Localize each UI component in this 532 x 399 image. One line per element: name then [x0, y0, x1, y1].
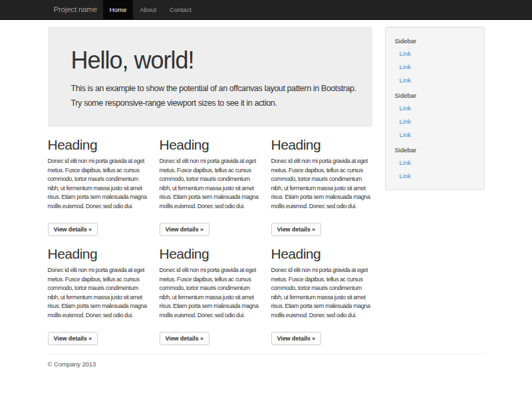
page-title: Hello, world! — [71, 47, 354, 74]
nav-link-about[interactable]: About — [133, 0, 163, 20]
view-details-button[interactable]: View details » — [271, 332, 321, 345]
jumbotron: Hello, world! This is an example to show… — [48, 27, 372, 127]
copyright-text: © Company 2013 — [48, 360, 485, 368]
footer-divider — [48, 354, 485, 354]
card-heading: Heading — [271, 246, 372, 261]
card-body-text: Donec id elit non mi porta gravida at eg… — [271, 157, 372, 220]
feature-card: Heading Donec id elit non mi porta gravi… — [160, 127, 261, 236]
view-details-button[interactable]: View details » — [160, 223, 209, 236]
sidebar-column: Sidebar Link Link Link Sidebar Link Link… — [385, 20, 485, 190]
card-body-text: Donec id elit non mi porta gravida at eg… — [271, 266, 372, 329]
navbar-menu: Home About Contact — [103, 0, 198, 20]
card-body-text: Donec id elit non mi porta gravida at eg… — [48, 266, 149, 329]
sidebar-link[interactable]: Link — [390, 156, 480, 170]
card-heading: Heading — [160, 137, 261, 152]
card-body-text: Donec id elit non mi porta gravida at eg… — [160, 157, 261, 220]
sidebar-link-list: Link Link Link — [390, 47, 480, 87]
view-details-button[interactable]: View details » — [48, 332, 98, 345]
list-item: Link — [390, 115, 480, 128]
card-body-text: Donec id elit non mi porta gravida at eg… — [160, 266, 261, 329]
list-item: Link — [390, 102, 480, 115]
nav-link-home[interactable]: Home — [103, 0, 133, 20]
cards-row-1: Heading Donec id elit non mi porta gravi… — [48, 127, 372, 236]
feature-card: Heading Donec id elit non mi porta gravi… — [48, 127, 149, 236]
sidebar-group-heading: Sidebar — [395, 91, 480, 100]
list-item: Link — [390, 61, 480, 74]
nav-item-about: About — [133, 0, 163, 20]
list-item: Link — [390, 47, 480, 61]
sidebar-group-heading: Sidebar — [395, 146, 480, 155]
card-heading: Heading — [160, 246, 261, 261]
sidebar-link[interactable]: Link — [390, 170, 480, 183]
card-heading: Heading — [271, 137, 372, 152]
list-item: Link — [390, 156, 480, 170]
sidebar-link[interactable]: Link — [390, 47, 480, 61]
card-body-text: Donec id elit non mi porta gravida at eg… — [48, 157, 149, 220]
sidebar-link[interactable]: Link — [390, 128, 480, 142]
sidebar-link[interactable]: Link — [390, 115, 480, 128]
sidebar-link[interactable]: Link — [390, 102, 480, 115]
jumbotron-description: This is an example to show the potential… — [71, 81, 358, 110]
sidebar-well: Sidebar Link Link Link Sidebar Link Link… — [385, 27, 485, 190]
card-heading: Heading — [48, 246, 149, 261]
list-item: Link — [390, 74, 480, 87]
cards-row-2: Heading Donec id elit non mi porta gravi… — [48, 236, 372, 345]
list-item: Link — [390, 128, 480, 142]
view-details-button[interactable]: View details » — [271, 223, 321, 236]
sidebar-link[interactable]: Link — [390, 61, 480, 74]
navbar-container: Project name Home About Contact — [48, 0, 485, 20]
view-details-button[interactable]: View details » — [160, 332, 209, 345]
nav-link-contact[interactable]: Contact — [163, 0, 198, 20]
nav-item-home: Home — [103, 0, 133, 20]
feature-card: Heading Donec id elit non mi porta gravi… — [160, 236, 261, 345]
page-container: Hello, world! This is an example to show… — [48, 20, 485, 368]
feature-card: Heading Donec id elit non mi porta gravi… — [48, 236, 149, 345]
feature-card: Heading Donec id elit non mi porta gravi… — [271, 127, 372, 236]
view-details-button[interactable]: View details » — [48, 223, 98, 236]
sidebar-link-list: Link Link Link — [390, 102, 480, 142]
sidebar-link-list: Link Link — [390, 156, 480, 183]
sidebar-group-heading: Sidebar — [395, 37, 480, 46]
feature-card: Heading Donec id elit non mi porta gravi… — [271, 236, 372, 345]
list-item: Link — [390, 170, 480, 183]
content-row: Hello, world! This is an example to show… — [48, 20, 485, 345]
footer: © Company 2013 — [48, 360, 485, 368]
navbar: Project name Home About Contact — [0, 0, 532, 20]
navbar-brand[interactable]: Project name — [48, 0, 103, 20]
main-column: Hello, world! This is an example to show… — [48, 20, 372, 345]
sidebar-link[interactable]: Link — [390, 74, 480, 87]
nav-item-contact: Contact — [163, 0, 198, 20]
card-heading: Heading — [48, 137, 149, 152]
